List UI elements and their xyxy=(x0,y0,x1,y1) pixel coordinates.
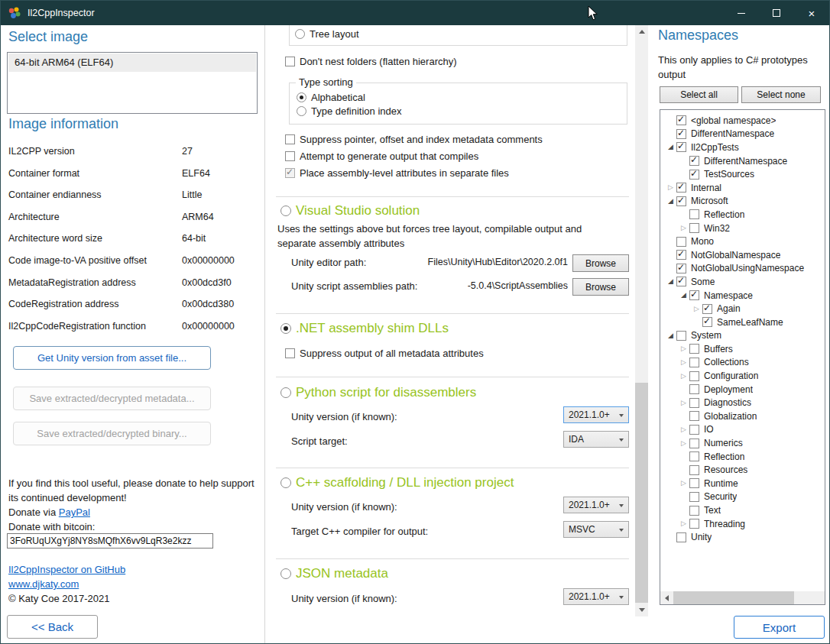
namespace-tree-item[interactable]: Numerics xyxy=(660,436,825,450)
tree-hscrollbar-thumb[interactable] xyxy=(673,591,794,604)
expand-arrow-icon[interactable] xyxy=(678,426,689,433)
namespace-checkbox[interactable] xyxy=(689,451,699,461)
namespace-tree-item[interactable]: Resources xyxy=(660,463,825,477)
close-button[interactable]: × xyxy=(794,1,829,25)
options-scrollbar-thumb[interactable] xyxy=(635,383,648,603)
namespace-checkbox[interactable] xyxy=(689,478,699,488)
namespace-tree-item[interactable]: Collections xyxy=(660,356,825,370)
namespace-checkbox[interactable] xyxy=(689,411,699,421)
back-button[interactable]: << Back xyxy=(7,615,98,639)
vs-solution-radio[interactable] xyxy=(280,205,291,216)
expand-arrow-icon[interactable] xyxy=(665,332,676,339)
expand-arrow-icon[interactable] xyxy=(678,480,689,487)
options-scrollbar[interactable] xyxy=(635,25,648,616)
namespace-checkbox[interactable] xyxy=(702,304,712,314)
github-link[interactable]: Il2CppInspector on GitHub xyxy=(8,564,125,575)
get-unity-version-button[interactable]: Get Unity version from asset file... xyxy=(13,346,211,370)
select-none-button[interactable]: Select none xyxy=(741,86,821,103)
expand-arrow-icon[interactable] xyxy=(678,520,689,527)
namespace-tree-item[interactable]: Security xyxy=(660,490,825,504)
namespace-checkbox[interactable] xyxy=(676,237,686,247)
expand-arrow-icon[interactable] xyxy=(665,278,676,285)
generate-compilable-checkbox[interactable] xyxy=(285,151,295,161)
scroll-up-arrow-icon[interactable] xyxy=(635,25,648,38)
flatten-checkbox[interactable] xyxy=(285,57,295,66)
namespace-checkbox[interactable] xyxy=(676,183,686,193)
namespace-checkbox[interactable] xyxy=(689,519,699,529)
maximize-button[interactable] xyxy=(759,1,794,25)
namespace-tree-item[interactable]: <global namespace> xyxy=(660,114,825,128)
namespace-tree-item[interactable]: Deployment xyxy=(660,383,825,396)
namespace-checkbox[interactable] xyxy=(689,344,699,354)
alphabetical-radio[interactable] xyxy=(297,92,306,102)
select-all-button[interactable]: Select all xyxy=(660,86,738,103)
namespace-tree-item[interactable]: DifferentNamespace xyxy=(660,154,825,168)
image-list-item[interactable]: 64-bit ARM64 (ELF64) xyxy=(8,53,256,72)
namespace-tree-item[interactable]: Namespace xyxy=(660,289,825,303)
namespace-checkbox[interactable] xyxy=(689,170,699,180)
namespace-tree-item[interactable]: Reflection xyxy=(660,450,825,464)
namespace-tree-item[interactable]: Microsoft xyxy=(660,195,825,209)
assemblies-path-value[interactable]: -5.0.4\ScriptAssemblies xyxy=(380,280,568,291)
namespace-tree-item[interactable]: Text xyxy=(660,503,825,517)
python-unity-version-select[interactable]: 2021.1.0+ xyxy=(563,406,629,423)
namespace-checkbox[interactable] xyxy=(689,384,699,394)
website-link[interactable]: www.djkaty.com xyxy=(8,578,79,590)
expand-arrow-icon[interactable] xyxy=(678,440,689,447)
namespace-checkbox[interactable] xyxy=(676,142,686,152)
namespace-tree-item[interactable]: Internal xyxy=(660,181,825,195)
scroll-left-arrow-icon[interactable] xyxy=(660,591,673,604)
namespace-tree-item[interactable]: Threading xyxy=(660,517,825,531)
json-metadata-radio[interactable] xyxy=(280,568,291,579)
cpp-scaffolding-radio[interactable] xyxy=(280,477,291,488)
namespace-tree-item[interactable]: Win32 xyxy=(660,222,825,235)
namespace-checkbox[interactable] xyxy=(689,425,699,435)
namespace-checkbox[interactable] xyxy=(676,129,686,139)
cpp-compiler-select[interactable]: MSVC xyxy=(563,521,629,538)
image-listbox[interactable]: 64-bit ARM64 (ELF64) xyxy=(7,52,258,114)
namespace-checkbox[interactable] xyxy=(689,358,699,367)
namespace-tree-item[interactable]: NotGlobalUsingNamespace xyxy=(660,262,825,276)
shim-dlls-radio[interactable] xyxy=(280,323,291,334)
namespace-tree-item[interactable]: Configuration xyxy=(660,369,825,383)
namespace-tree-item[interactable]: DifferentNamespace xyxy=(660,128,825,141)
namespace-checkbox[interactable] xyxy=(676,264,686,273)
namespace-checkbox[interactable] xyxy=(689,398,699,408)
save-metadata-button[interactable]: Save extracted/decrypted metadata... xyxy=(13,387,211,410)
expand-arrow-icon[interactable] xyxy=(678,373,689,380)
namespace-checkbox[interactable] xyxy=(676,277,686,286)
namespace-checkbox[interactable] xyxy=(689,439,699,448)
namespace-checkbox[interactable] xyxy=(702,317,712,327)
expand-arrow-icon[interactable] xyxy=(691,306,702,312)
tree-hscrollbar[interactable] xyxy=(660,591,825,604)
save-binary-button[interactable]: Save extracted/decrypted binary... xyxy=(13,422,211,445)
suppress-comments-checkbox[interactable] xyxy=(285,134,295,144)
python-script-radio[interactable] xyxy=(280,387,291,398)
script-target-select[interactable]: IDA xyxy=(563,431,629,448)
expand-arrow-icon[interactable] xyxy=(665,198,676,205)
namespace-tree-item[interactable]: Buffers xyxy=(660,342,825,356)
cpp-unity-version-select[interactable]: 2021.1.0+ xyxy=(563,497,629,513)
expand-arrow-icon[interactable] xyxy=(665,184,676,191)
namespace-checkbox[interactable] xyxy=(689,465,699,475)
type-def-index-radio[interactable] xyxy=(297,106,306,116)
suppress-metadata-checkbox[interactable] xyxy=(285,348,295,358)
editor-path-value[interactable]: Files\Unity\Hub\Editor\2020.2.0f1 xyxy=(380,257,568,267)
minimize-button[interactable] xyxy=(724,1,759,25)
namespace-checkbox[interactable] xyxy=(689,156,699,166)
browse-editor-path-button[interactable]: Browse xyxy=(572,254,629,272)
expand-arrow-icon[interactable] xyxy=(678,359,689,366)
namespace-tree-item[interactable]: Diagnostics xyxy=(660,396,825,409)
namespace-tree-item[interactable]: Globalization xyxy=(660,409,825,423)
expand-arrow-icon[interactable] xyxy=(678,400,689,406)
expand-arrow-icon[interactable] xyxy=(665,144,676,150)
namespace-tree-item[interactable]: IO xyxy=(660,423,825,437)
scroll-down-arrow-icon[interactable] xyxy=(635,604,648,616)
namespace-checkbox[interactable] xyxy=(689,492,699,502)
namespace-tree-item[interactable]: NotGlobalNamespace xyxy=(660,248,825,262)
namespace-checkbox[interactable] xyxy=(676,115,686,125)
namespace-checkbox[interactable] xyxy=(689,223,699,233)
namespace-tree-item[interactable]: SameLeafName xyxy=(660,316,825,329)
namespace-tree-item[interactable]: Some xyxy=(660,275,825,289)
json-unity-version-select[interactable]: 2021.1.0+ xyxy=(563,588,629,605)
